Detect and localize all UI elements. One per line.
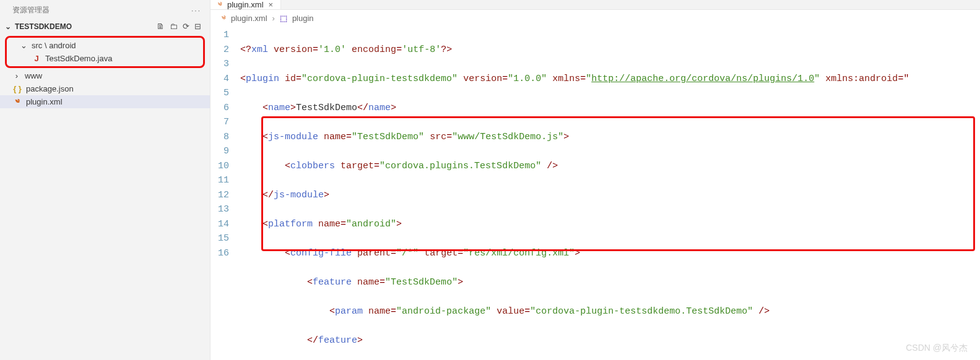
xml-file-icon: ༄ <box>218 0 222 9</box>
xml-file-icon: ༄ <box>222 14 226 23</box>
close-icon[interactable]: × <box>269 0 274 9</box>
tab-bar: ༄ plugin.xml × <box>210 0 980 10</box>
java-file-icon: J <box>32 54 41 63</box>
tree-file-plugin-xml[interactable]: ༄ plugin.xml <box>0 95 210 108</box>
tree-file-package-json[interactable]: { } package.json <box>0 82 210 95</box>
tree-label: TestSdkDemo.java <box>45 54 112 63</box>
new-folder-icon[interactable]: 🗀 <box>170 22 178 31</box>
more-icon[interactable]: ··· <box>191 6 201 15</box>
project-row[interactable]: ⌄ TESTSDKDEMO 🗎 🗀 ⟳ ⊟ <box>0 19 210 33</box>
tree-label: src \ android <box>32 41 76 50</box>
chevron-right-icon: › <box>12 71 21 80</box>
explorer-title: 资源管理器 <box>12 5 50 15</box>
collapse-icon[interactable]: ⊟ <box>194 22 201 31</box>
tree-label: plugin.xml <box>26 97 63 106</box>
line-gutter: 12345678 910111213141516 <box>210 28 240 360</box>
chevron-right-icon: › <box>272 14 275 23</box>
tab-label: plugin.xml <box>227 0 264 9</box>
code-editor[interactable]: 12345678 910111213141516 <?xml version='… <box>210 27 980 360</box>
tab-plugin-xml[interactable]: ༄ plugin.xml × <box>210 0 281 9</box>
chevron-down-icon: ⌄ <box>4 22 12 31</box>
editor-area: ༄ plugin.xml × ༄ plugin.xml › ⬚ plugin 1… <box>210 0 980 360</box>
tree-file-java[interactable]: J TestSdkDemo.java <box>7 52 203 65</box>
tree-folder-android[interactable]: ⌄ src \ android <box>7 39 203 52</box>
tree-label: www <box>25 71 42 80</box>
new-file-icon[interactable]: 🗎 <box>157 22 165 31</box>
tree-label: package.json <box>26 84 74 93</box>
breadcrumb-file[interactable]: plugin.xml <box>231 14 267 23</box>
breadcrumb[interactable]: ༄ plugin.xml › ⬚ plugin <box>210 10 980 27</box>
file-tree: ⌄ src \ android J TestSdkDemo.java › www… <box>0 33 210 109</box>
refresh-icon[interactable]: ⟳ <box>183 22 189 31</box>
xml-file-icon: ༄ <box>12 97 22 106</box>
explorer-header: 资源管理器 ··· <box>0 0 210 19</box>
code-content[interactable]: <?xml version='1.0' encoding='utf-8'?> <… <box>240 28 980 360</box>
node-icon: ⬚ <box>280 14 287 23</box>
watermark: CSDN @风兮杰 <box>906 343 968 354</box>
json-file-icon: { } <box>12 84 22 93</box>
highlight-box-tree: ⌄ src \ android J TestSdkDemo.java <box>5 36 205 68</box>
breadcrumb-node[interactable]: plugin <box>292 14 314 23</box>
tree-folder-www[interactable]: › www <box>0 69 210 82</box>
chevron-down-icon: ⌄ <box>19 41 28 50</box>
sidebar: 资源管理器 ··· ⌄ TESTSDKDEMO 🗎 🗀 ⟳ ⊟ ⌄ src \ … <box>0 0 210 360</box>
project-name: TESTSDKDEMO <box>15 22 72 31</box>
